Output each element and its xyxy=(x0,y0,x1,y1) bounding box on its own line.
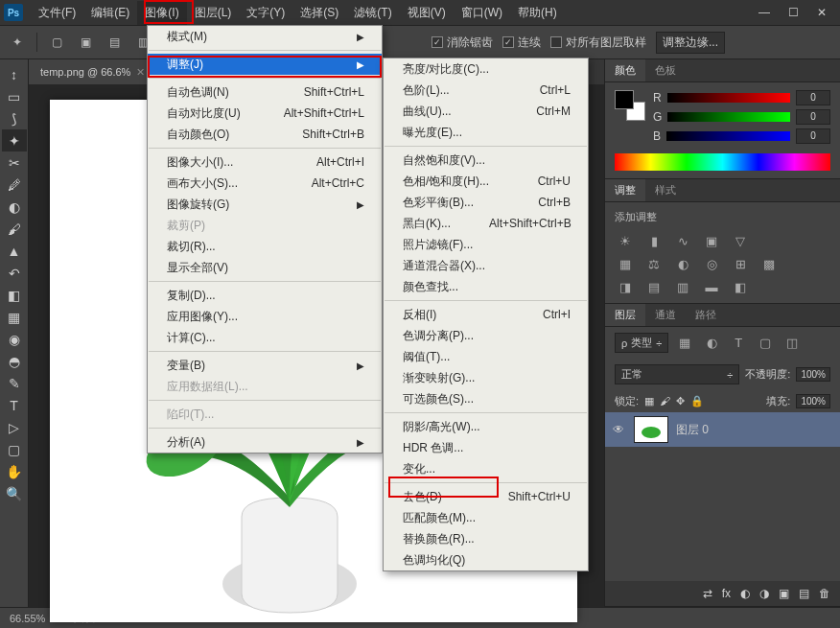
gradient-map-icon[interactable]: ▬ xyxy=(701,278,722,295)
filter-shape-icon[interactable]: ▢ xyxy=(755,335,776,352)
menu-item[interactable]: 反相(I)Ctrl+I xyxy=(384,304,588,325)
menu-item[interactable]: 分析(A)▶ xyxy=(148,431,382,453)
menu-item[interactable]: 色相/饱和度(H)...Ctrl+U xyxy=(384,171,588,192)
menu-item[interactable]: 计算(C)... xyxy=(148,327,382,348)
menu-item[interactable]: 替换颜色(R)... xyxy=(384,528,588,549)
menu-item[interactable]: 模式(M)▶ xyxy=(148,26,382,47)
menu-item[interactable]: 裁切(R)... xyxy=(148,236,382,257)
mixer-icon[interactable]: ⊞ xyxy=(730,255,751,272)
menu-item[interactable]: 可选颜色(S)... xyxy=(384,388,588,409)
history-brush-tool-icon[interactable]: ↶ xyxy=(2,262,27,284)
close-button[interactable]: ✕ xyxy=(807,3,836,22)
healing-tool-icon[interactable]: ◐ xyxy=(2,196,27,218)
eraser-tool-icon[interactable]: ◧ xyxy=(2,284,27,306)
menu-4[interactable]: 文字(Y) xyxy=(239,1,292,25)
group-icon[interactable]: ▣ xyxy=(779,587,789,600)
delete-layer-icon[interactable]: 🗑 xyxy=(819,587,830,600)
balance-icon[interactable]: ⚖ xyxy=(643,255,665,272)
threshold-icon[interactable]: ▥ xyxy=(672,278,693,295)
gradient-tool-icon[interactable]: ▦ xyxy=(2,306,27,328)
pen-tool-icon[interactable]: ✎ xyxy=(2,372,27,394)
lock-all-icon[interactable]: 🔒 xyxy=(690,395,704,407)
posterize-icon[interactable]: ▤ xyxy=(643,278,665,295)
menu-item[interactable]: 照片滤镜(F)... xyxy=(384,234,588,255)
antialias-checkbox[interactable]: ✓消除锯齿 xyxy=(432,35,493,51)
lock-position-icon[interactable]: ✥ xyxy=(676,395,685,407)
type-tool-icon[interactable]: T xyxy=(2,394,27,416)
link-icon[interactable]: ⇄ xyxy=(703,587,712,600)
menu-item[interactable]: 色阶(L)...Ctrl+L xyxy=(384,80,588,101)
layer-thumbnail[interactable] xyxy=(634,416,668,443)
menu-item[interactable]: 渐变映射(G)... xyxy=(384,367,588,388)
menu-item[interactable]: 阈值(T)... xyxy=(384,346,588,367)
contiguous-checkbox[interactable]: ✓连续 xyxy=(502,35,541,51)
filter-icon[interactable]: ◎ xyxy=(701,255,722,272)
shape-tool-icon[interactable]: ▢ xyxy=(2,438,27,460)
path-select-tool-icon[interactable]: ▷ xyxy=(2,416,27,438)
layer-row[interactable]: 👁 图层 0 xyxy=(605,412,840,447)
tab-adjustments[interactable]: 调整 xyxy=(605,179,645,201)
menu-7[interactable]: 视图(V) xyxy=(400,1,454,25)
menu-item[interactable]: 显示全部(V) xyxy=(148,257,382,278)
adjustment-layer-icon[interactable]: ◑ xyxy=(759,587,769,600)
maximize-button[interactable]: ☐ xyxy=(779,3,807,22)
filter-adjust-icon[interactable]: ◐ xyxy=(701,335,722,352)
g-slider[interactable] xyxy=(667,112,790,122)
dodge-tool-icon[interactable]: ◓ xyxy=(2,350,27,372)
tab-paths[interactable]: 路径 xyxy=(686,304,726,326)
lasso-tool-icon[interactable]: ⟆ xyxy=(2,107,27,129)
curves-icon[interactable]: ∿ xyxy=(672,232,693,249)
invert-icon[interactable]: ◨ xyxy=(615,278,636,295)
blur-tool-icon[interactable]: ◉ xyxy=(2,328,27,350)
bw-icon[interactable]: ◐ xyxy=(672,255,693,272)
mask-icon[interactable]: ◐ xyxy=(740,587,750,600)
tab-color[interactable]: 颜色 xyxy=(605,59,645,81)
crop-tool-icon[interactable]: ✂ xyxy=(2,151,27,174)
vibrance-icon[interactable]: ▽ xyxy=(730,232,751,249)
menu-0[interactable]: 文件(F) xyxy=(31,1,83,25)
menu-item[interactable]: 变化... xyxy=(384,458,588,479)
lock-pixels-icon[interactable]: 🖌 xyxy=(660,395,670,407)
minimize-button[interactable]: — xyxy=(750,3,779,22)
menu-item[interactable]: 画布大小(S)...Alt+Ctrl+C xyxy=(148,173,382,194)
menu-6[interactable]: 滤镜(T) xyxy=(346,1,399,25)
menu-item[interactable]: 曝光度(E)... xyxy=(384,122,588,143)
zoom-tool-icon[interactable]: 🔍 xyxy=(2,482,27,504)
g-value[interactable]: 0 xyxy=(796,109,830,125)
magic-wand-tool-icon[interactable]: ✦ xyxy=(2,129,27,151)
menu-item[interactable]: 去色(D)Shift+Ctrl+U xyxy=(384,486,588,507)
tool-preset-icon[interactable]: ✦ xyxy=(8,33,27,52)
move-tool-icon[interactable]: ↕ xyxy=(2,63,27,85)
filter-smart-icon[interactable]: ◫ xyxy=(782,335,803,352)
all-layers-checkbox[interactable]: 对所有图层取样 xyxy=(550,35,646,51)
menu-item[interactable]: 色彩平衡(B)...Ctrl+B xyxy=(384,192,588,213)
r-value[interactable]: 0 xyxy=(796,90,830,105)
layer-filter-type[interactable]: ρ 类型 ÷ xyxy=(615,333,668,353)
eyedropper-tool-icon[interactable]: 🖉 xyxy=(2,174,27,196)
menu-item[interactable]: 自动颜色(O)Shift+Ctrl+B xyxy=(148,124,382,145)
selection-subtract-icon[interactable]: ▤ xyxy=(105,33,124,52)
menu-item[interactable]: HDR 色调... xyxy=(384,437,588,458)
menu-item[interactable]: 调整(J)▶ xyxy=(148,54,382,75)
menu-item[interactable]: 应用图像(Y)... xyxy=(148,306,382,327)
zoom-level[interactable]: 66.55% xyxy=(10,613,45,624)
menu-item[interactable]: 亮度/对比度(C)... xyxy=(384,58,588,80)
menu-item[interactable]: 自然饱和度(V)... xyxy=(384,150,588,171)
document-tab[interactable]: temp.png @ 66.6% ✕ xyxy=(29,59,156,84)
close-tab-icon[interactable]: ✕ xyxy=(136,66,145,79)
menu-item[interactable]: 通道混合器(X)... xyxy=(384,255,588,276)
selection-add-icon[interactable]: ▣ xyxy=(76,33,95,52)
b-slider[interactable] xyxy=(666,131,790,141)
tab-styles[interactable]: 样式 xyxy=(645,179,686,201)
selective-icon[interactable]: ◧ xyxy=(730,278,751,295)
tab-swatches[interactable]: 色板 xyxy=(645,59,686,81)
tab-channels[interactable]: 通道 xyxy=(645,304,686,326)
menu-9[interactable]: 帮助(H) xyxy=(510,1,565,25)
menu-item[interactable]: 图像旋转(G)▶ xyxy=(148,194,382,215)
refine-edge-button[interactable]: 调整边缘... xyxy=(656,32,725,54)
spectrum-bar[interactable] xyxy=(615,153,830,171)
b-value[interactable]: 0 xyxy=(796,128,830,144)
visibility-icon[interactable]: 👁 xyxy=(613,423,626,436)
menu-item[interactable]: 自动对比度(U)Alt+Shift+Ctrl+L xyxy=(148,103,382,124)
menu-item[interactable]: 复制(D)... xyxy=(148,285,382,306)
